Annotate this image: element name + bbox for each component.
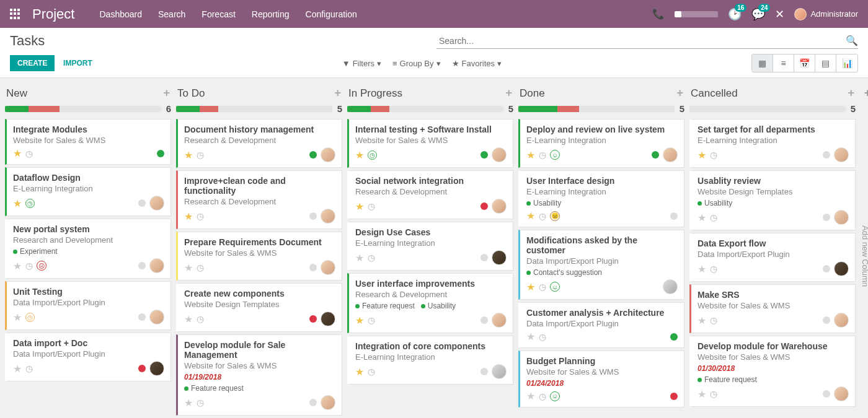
kanban-card[interactable]: Internal testing + Software Install Webs… — [347, 119, 513, 168]
star-icon[interactable]: ★ — [526, 210, 535, 222]
view-list[interactable]: ≡ — [773, 54, 794, 72]
status-dot[interactable] — [309, 399, 317, 406]
clock-icon[interactable]: ◷ — [368, 150, 377, 160]
status-dot[interactable] — [652, 151, 659, 159]
clock-icon[interactable]: ◷ — [710, 389, 717, 399]
star-icon[interactable]: ★ — [184, 397, 193, 409]
assignee-avatar[interactable] — [321, 209, 335, 224]
status-dot[interactable] — [823, 390, 830, 398]
status-dot[interactable] — [480, 316, 488, 324]
kanban-card[interactable]: Unit Testing Data Import/Export Plugin ★… — [5, 281, 171, 330]
status-dot[interactable] — [309, 151, 317, 159]
status-dot[interactable] — [157, 150, 164, 157]
clock-icon[interactable]: ◷ — [25, 261, 33, 271]
star-icon[interactable]: ★ — [526, 331, 535, 342]
happy-face-icon[interactable]: ☺ — [550, 391, 560, 401]
kanban-card[interactable]: Social network integration Research & De… — [347, 170, 513, 219]
star-icon[interactable]: ★ — [698, 149, 706, 161]
column-title[interactable]: Done — [520, 87, 545, 100]
column-progress-bar[interactable] — [176, 106, 332, 112]
menu-forecast[interactable]: Forecast — [202, 9, 235, 19]
kanban-card[interactable]: Make SRS Website for Sales & WMS ★ ◷ — [689, 284, 856, 333]
status-dot[interactable] — [823, 265, 830, 272]
clock-icon[interactable]: ◷ — [25, 149, 33, 159]
kanban-card[interactable]: New portal system Research and Developme… — [5, 219, 171, 279]
status-dot[interactable] — [480, 368, 488, 375]
clock-icon[interactable]: ◷ — [25, 199, 35, 208]
column-progress-bar[interactable] — [518, 106, 675, 112]
clock-icon[interactable]: ◷ — [197, 150, 204, 160]
star-icon[interactable]: ★ — [184, 149, 193, 161]
view-pivot[interactable]: ▤ — [815, 54, 836, 72]
kanban-card[interactable]: Budget Planning Website for Sales & WMS … — [518, 351, 684, 407]
filters-dropdown[interactable]: ▼Filters▾ — [342, 59, 381, 68]
kanban-card[interactable]: Integration of core components E-Learnin… — [347, 336, 513, 385]
kanban-card[interactable]: Dataflow Design E-Learning Integration ★… — [5, 167, 171, 216]
view-kanban[interactable]: ▦ — [752, 54, 773, 72]
clock-icon[interactable]: ◷ — [539, 332, 546, 342]
kanban-card[interactable]: Improve+clean code and functionality Res… — [176, 170, 342, 229]
kanban-card[interactable]: Usablity review Website Design Templates… — [689, 170, 856, 230]
happy-face-icon[interactable]: ☺ — [550, 150, 560, 160]
kanban-card[interactable]: User Interface design E-Learning Integra… — [518, 170, 684, 227]
kanban-card[interactable]: Modifications asked by the customer Data… — [518, 230, 684, 300]
kanban-card[interactable]: Integrate Modules Website for Sales & WM… — [5, 119, 171, 165]
clock-icon[interactable]: ◷ — [197, 263, 204, 272]
clock-icon[interactable]: ◷ — [25, 313, 35, 322]
star-icon[interactable]: ★ — [526, 149, 535, 161]
search-input[interactable] — [436, 33, 858, 49]
star-icon[interactable]: ★ — [355, 149, 364, 161]
search-icon[interactable]: 🔍 — [846, 35, 858, 46]
assignee-avatar[interactable] — [321, 395, 335, 410]
column-add-icon[interactable]: + — [505, 87, 512, 100]
column-progress-bar[interactable] — [347, 106, 503, 112]
status-dot[interactable] — [670, 212, 678, 220]
clock-icon[interactable]: ◷ — [539, 391, 546, 401]
assignee-avatar[interactable] — [834, 261, 849, 276]
status-dot[interactable] — [823, 316, 830, 324]
clock-icon[interactable]: ◷ — [368, 315, 375, 325]
status-dot[interactable] — [138, 365, 146, 372]
menu-reporting[interactable]: Reporting — [252, 9, 290, 19]
happy-face-icon[interactable]: ☺ — [550, 282, 560, 292]
assignee-avatar[interactable] — [149, 258, 164, 273]
status-dot[interactable] — [138, 199, 146, 207]
kanban-card[interactable]: Document history management Research & D… — [176, 119, 342, 168]
activities-icon[interactable]: 🕑16 — [728, 7, 742, 21]
create-button[interactable]: CREATE — [10, 55, 55, 71]
kanban-card[interactable]: Data import + Doc Data Import/Export Plu… — [5, 333, 171, 381]
star-icon[interactable]: ★ — [184, 262, 193, 274]
star-icon[interactable]: ★ — [698, 315, 706, 326]
clock-icon[interactable]: ◷ — [539, 211, 546, 221]
status-dot[interactable] — [670, 393, 678, 400]
star-icon[interactable]: ★ — [355, 252, 364, 264]
kanban-card[interactable]: User interface improvements Research & D… — [347, 273, 513, 333]
kanban-card[interactable]: Set target for all deparments E-Learning… — [689, 119, 856, 168]
favorites-dropdown[interactable]: ★Favorites▾ — [452, 59, 502, 68]
menu-configuration[interactable]: Configuration — [306, 9, 357, 19]
column-add-icon[interactable]: + — [676, 87, 683, 100]
star-icon[interactable]: ★ — [13, 260, 22, 272]
assignee-avatar[interactable] — [663, 147, 678, 162]
column-add-icon[interactable]: + — [334, 87, 341, 100]
clock-icon[interactable]: ◷ — [539, 282, 546, 292]
star-icon[interactable]: ★ — [13, 311, 22, 323]
assignee-avatar[interactable] — [834, 313, 849, 328]
star-icon[interactable]: ★ — [13, 363, 22, 375]
star-icon[interactable]: ★ — [526, 390, 535, 402]
column-add-icon[interactable]: + — [848, 87, 854, 100]
clock-icon[interactable]: ◷ — [368, 367, 375, 377]
clock-icon[interactable]: ◷ — [368, 201, 375, 211]
clock-icon[interactable]: ◷ — [368, 253, 375, 263]
status-dot[interactable] — [309, 315, 317, 323]
assignee-avatar[interactable] — [834, 386, 849, 401]
assignee-avatar[interactable] — [149, 196, 164, 211]
status-dot[interactable] — [480, 151, 488, 159]
column-progress-bar[interactable] — [5, 106, 161, 112]
assignee-avatar[interactable] — [321, 260, 335, 275]
status-dot[interactable] — [309, 212, 317, 220]
status-dot[interactable] — [823, 151, 830, 159]
menu-dashboard[interactable]: Dashboard — [99, 9, 142, 19]
assignee-avatar[interactable] — [149, 310, 164, 324]
clock-icon[interactable]: ◷ — [710, 264, 717, 274]
